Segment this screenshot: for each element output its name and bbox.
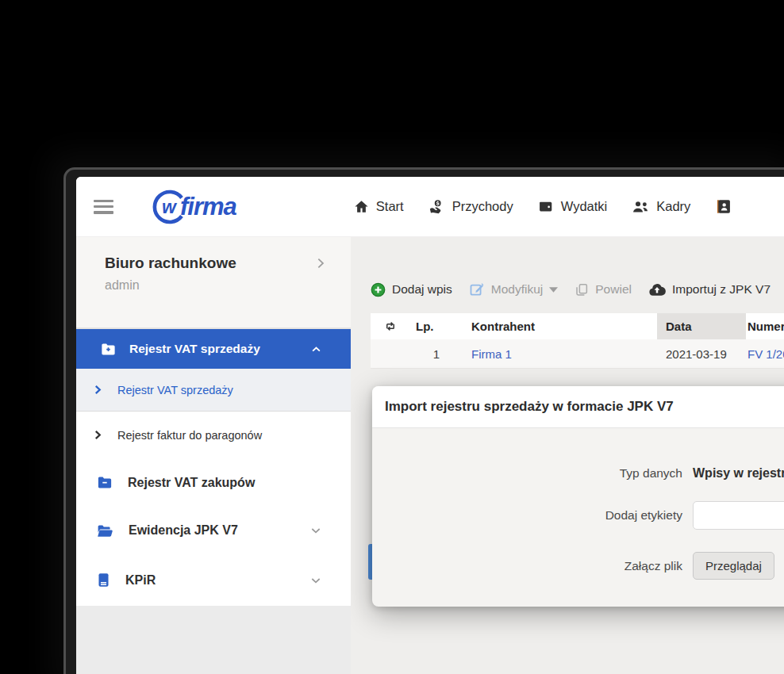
chevron-right-icon xyxy=(314,257,327,270)
wfirma-logo[interactable]: w firma xyxy=(152,188,236,226)
address-book-icon xyxy=(715,198,732,215)
labels-input[interactable] xyxy=(693,501,784,530)
sidebar-subitem-label: Rejestr faktur do paragonów xyxy=(117,429,262,442)
repeat-sort-icon[interactable] xyxy=(371,320,409,333)
menu-hamburger-icon[interactable] xyxy=(94,200,113,214)
hand-dollar-icon xyxy=(429,199,445,215)
nav-item-crm[interactable] xyxy=(715,198,732,215)
chevron-right-icon xyxy=(93,385,103,395)
cell-lp: 1 xyxy=(409,347,464,361)
modify-button[interactable]: Modyfikuj xyxy=(469,281,558,297)
type-value: Wpisy w rejestrze xyxy=(693,466,784,481)
nav-item-wydatki[interactable]: Wydatki xyxy=(538,199,608,214)
import-jpk-button[interactable]: Importuj z JPK V7 xyxy=(648,282,771,297)
main-nav: Start Przychody Wydatki xyxy=(354,198,732,215)
col-header-lp[interactable]: Lp. xyxy=(409,320,464,333)
entries-table: Lp. Kontrahent Data Numer 1 Firma 1 2021… xyxy=(371,313,784,369)
sidebar-subitem-rejestr-vat-sprzedazy[interactable]: Rejestr VAT sprzedaży xyxy=(76,369,351,412)
chevron-down-icon xyxy=(309,574,322,587)
chevron-down-icon xyxy=(309,524,322,537)
main-content: Dodaj wpis Modyfikuj xyxy=(351,237,784,674)
nav-item-kadry[interactable]: Kadry xyxy=(632,199,690,214)
toolbar: Dodaj wpis Modyfikuj xyxy=(371,281,771,297)
folder-open-icon xyxy=(97,524,113,538)
col-header-kontrahent[interactable]: Kontrahent xyxy=(464,320,657,333)
file-label: Załącz plik xyxy=(372,559,682,573)
sidebar-item-label: KPiR xyxy=(125,573,156,588)
sidebar-item-label: Rejestr VAT zakupów xyxy=(128,476,255,490)
sidebar-subitem-label: Rejestr VAT sprzedaży xyxy=(117,384,233,396)
book-icon xyxy=(97,573,110,588)
sidebar-item-ewidencja-jpk[interactable]: Ewidencja JPK V7 xyxy=(76,507,351,554)
chevron-right-icon xyxy=(93,430,103,440)
browse-button[interactable]: Przeglądaj xyxy=(693,552,774,580)
type-label: Typ danych xyxy=(372,466,682,481)
cloud-upload-icon xyxy=(648,282,666,297)
sidebar-item-kpir[interactable]: KPiR xyxy=(76,554,351,606)
home-icon xyxy=(354,199,369,214)
wallet-icon xyxy=(538,199,554,214)
labels-label: Dodaj etykiety xyxy=(372,508,682,523)
plus-circle-icon xyxy=(371,282,386,297)
top-navbar: w firma Start Przychody xyxy=(76,177,784,237)
page-background: w firma Start Przychody xyxy=(0,0,784,674)
sidebar-subitem-rejestr-faktur[interactable]: Rejestr faktur do paragonów xyxy=(76,412,351,458)
col-header-numer[interactable]: Numer xyxy=(746,320,784,333)
import-modal: Import rejestru sprzedaży w formacie JPK… xyxy=(372,386,784,607)
modal-header: Import rejestru sprzedaży w formacie JPK… xyxy=(372,386,784,428)
caret-down-icon xyxy=(549,287,558,293)
account-user: admin xyxy=(105,278,327,293)
nav-item-start[interactable]: Start xyxy=(354,199,404,214)
folder-plus-icon xyxy=(101,343,116,356)
edit-icon xyxy=(469,281,485,297)
sidebar: Biuro rachunkowe admin Rejestr VAT sprze… xyxy=(76,237,351,674)
sidebar-item-rejestr-vat-sprzedazy-group[interactable]: Rejestr VAT sprzedaży xyxy=(76,329,351,369)
app-screen: w firma Start Przychody xyxy=(76,177,784,674)
nav-item-przychody[interactable]: Przychody xyxy=(429,199,513,215)
chevron-up-icon xyxy=(310,343,322,355)
modal-title: Import rejestru sprzedaży w formacie JPK… xyxy=(385,399,674,415)
cell-numer-link[interactable]: FV 1/2021 xyxy=(747,347,784,361)
sidebar-item-label: Ewidencja JPK V7 xyxy=(129,523,238,538)
add-entry-button[interactable]: Dodaj wpis xyxy=(371,282,452,297)
cell-kontrahent-link[interactable]: Firma 1 xyxy=(471,347,512,361)
account-switcher[interactable]: Biuro rachunkowe admin xyxy=(76,237,351,329)
device-frame: w firma Start Przychody xyxy=(63,167,784,674)
table-row[interactable]: 1 Firma 1 2021-03-19 FV 1/2021 xyxy=(371,339,784,369)
table-header-row: Lp. Kontrahent Data Numer xyxy=(371,313,784,339)
folder-minus-icon xyxy=(97,476,113,489)
svg-text:w: w xyxy=(162,197,178,217)
wfirma-logo-text: firma xyxy=(180,193,236,221)
users-icon xyxy=(632,199,649,214)
duplicate-button[interactable]: Powiel xyxy=(575,282,632,297)
sidebar-footer xyxy=(76,606,351,674)
cell-data: 2021-03-19 xyxy=(657,339,746,368)
sidebar-item-rejestr-vat-zakupow[interactable]: Rejestr VAT zakupów xyxy=(76,458,351,507)
col-header-data[interactable]: Data xyxy=(657,313,746,339)
copy-icon xyxy=(575,282,589,297)
account-name: Biuro rachunkowe xyxy=(105,255,236,272)
sidebar-item-label: Rejestr VAT sprzedaży xyxy=(129,342,260,356)
